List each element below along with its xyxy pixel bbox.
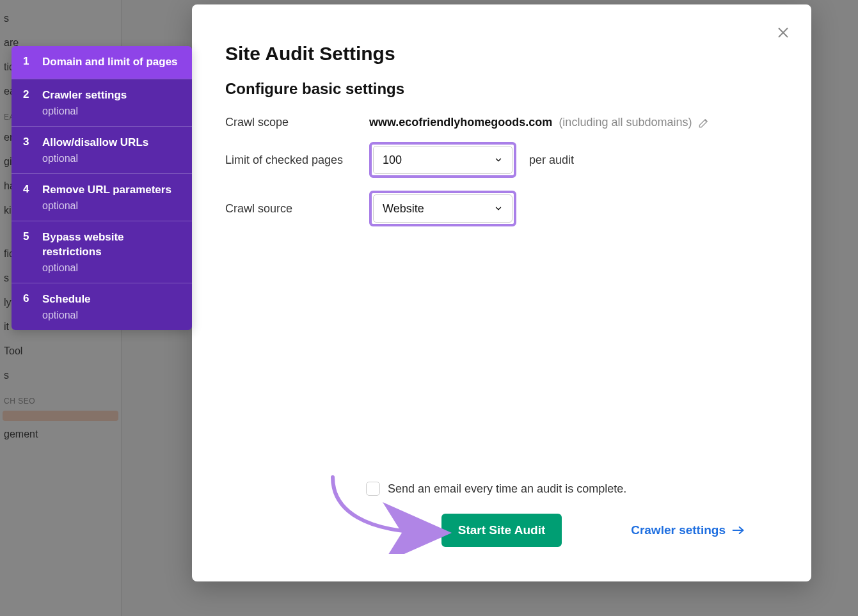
crawl-scope-row: Crawl scope www.ecofriendlyhomegoods.com…	[225, 116, 778, 129]
crawl-source-dropdown-highlight: Website	[369, 191, 516, 226]
limit-row: Limit of checked pages 100 per audit	[225, 142, 778, 178]
limit-value: 100	[383, 154, 402, 167]
step-number: 2	[23, 88, 31, 117]
crawl-source-label: Crawl source	[225, 202, 369, 216]
step-title: Crawler settings	[42, 88, 127, 103]
limit-dropdown-highlight: 100	[369, 142, 516, 178]
step-title: Schedule	[42, 292, 91, 307]
email-checkbox-row[interactable]: Send an email every time an audit is com…	[366, 482, 626, 496]
step-domain-limit[interactable]: 1 Domain and limit of pages	[12, 46, 192, 79]
step-bypass-restrictions[interactable]: 5 Bypass website restrictions optional	[12, 221, 192, 283]
limit-label: Limit of checked pages	[225, 154, 369, 167]
step-remove-url-params[interactable]: 4 Remove URL parameters optional	[12, 173, 192, 221]
chevron-down-icon	[494, 155, 503, 164]
step-title: Bypass website restrictions	[42, 230, 180, 260]
step-number: 6	[23, 292, 31, 321]
step-crawler-settings[interactable]: 2 Crawler settings optional	[12, 79, 192, 126]
per-audit-text: per audit	[529, 154, 574, 167]
step-optional: optional	[42, 262, 180, 274]
close-button[interactable]	[773, 22, 793, 43]
step-title: Allow/disallow URLs	[42, 136, 148, 150]
crawler-settings-link[interactable]: Crawler settings	[631, 523, 745, 537]
modal-title: Site Audit Settings	[225, 43, 778, 65]
step-number: 1	[23, 55, 31, 70]
close-icon	[776, 26, 790, 40]
limit-dropdown[interactable]: 100	[373, 146, 512, 174]
crawl-scope-label: Crawl scope	[225, 116, 369, 129]
site-audit-settings-modal: Site Audit Settings Configure basic sett…	[192, 4, 811, 581]
chevron-down-icon	[494, 204, 503, 213]
crawl-source-row: Crawl source Website	[225, 191, 778, 226]
step-title: Remove URL parameters	[42, 183, 171, 198]
step-allow-disallow[interactable]: 3 Allow/disallow URLs optional	[12, 126, 192, 173]
crawl-source-dropdown[interactable]: Website	[373, 194, 512, 223]
crawl-scope-subdomains: (including all subdomains)	[559, 116, 692, 129]
crawler-settings-link-label: Crawler settings	[631, 523, 726, 537]
start-site-audit-button[interactable]: Start Site Audit	[441, 514, 562, 547]
crawl-scope-domain: www.ecofriendlyhomegoods.com	[369, 116, 552, 129]
edit-crawl-scope[interactable]	[698, 117, 710, 129]
step-optional: optional	[42, 310, 91, 321]
arrow-right-icon	[732, 526, 745, 535]
pencil-icon	[698, 117, 710, 129]
steps-sidebar: 1 Domain and limit of pages 2 Crawler se…	[12, 46, 192, 330]
step-title: Domain and limit of pages	[42, 55, 178, 70]
step-schedule[interactable]: 6 Schedule optional	[12, 283, 192, 330]
email-checkbox-label: Send an email every time an audit is com…	[388, 482, 626, 496]
step-number: 3	[23, 136, 31, 164]
step-optional: optional	[42, 200, 171, 212]
step-optional: optional	[42, 153, 148, 164]
step-optional: optional	[42, 106, 127, 117]
crawl-source-value: Website	[383, 202, 424, 216]
step-number: 4	[23, 183, 31, 212]
email-checkbox[interactable]	[366, 482, 380, 496]
step-number: 5	[23, 230, 31, 274]
modal-subtitle: Configure basic settings	[225, 80, 778, 98]
